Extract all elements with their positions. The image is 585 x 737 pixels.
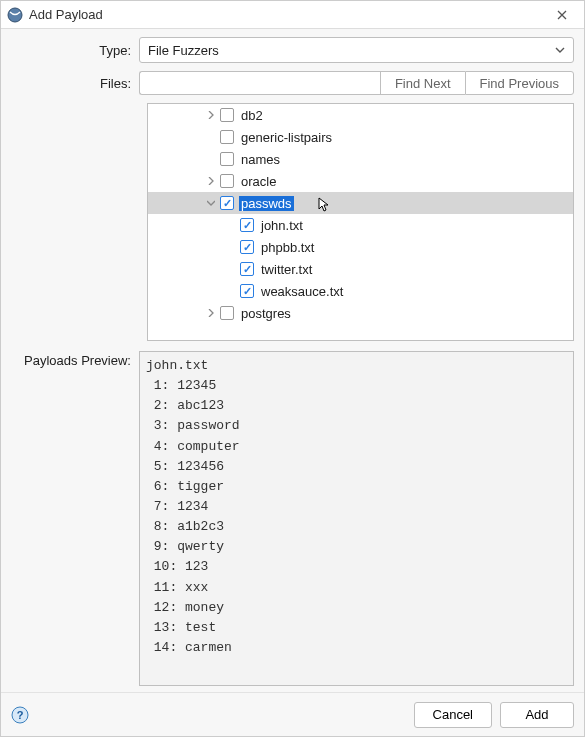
tree-checkbox[interactable] [220,196,234,210]
chevron-right-icon[interactable] [204,306,218,320]
add-button[interactable]: Add [500,702,574,728]
tree-item-label: twitter.txt [259,262,314,277]
find-previous-button[interactable]: Find Previous [465,71,574,95]
tree-item-label: john.txt [259,218,305,233]
tree-item-label: weaksauce.txt [259,284,345,299]
tree-item-label: postgres [239,306,293,321]
preview-label: Payloads Preview: [11,351,139,368]
chevron-down-icon [555,45,565,55]
tree-item[interactable]: weaksauce.txt [148,280,573,302]
tree-item[interactable]: john.txt [148,214,573,236]
tree-item[interactable]: twitter.txt [148,258,573,280]
app-logo-icon [7,7,23,23]
cancel-button[interactable]: Cancel [414,702,492,728]
svg-text:?: ? [17,709,24,721]
chevron-right-icon[interactable] [204,174,218,188]
tree-checkbox[interactable] [240,262,254,276]
tree-checkbox[interactable] [220,306,234,320]
tree-item-label: db2 [239,108,265,123]
tree-checkbox[interactable] [240,284,254,298]
tree-checkbox[interactable] [220,108,234,122]
type-select-value: File Fuzzers [148,43,219,58]
tree-checkbox[interactable] [220,130,234,144]
tree-item[interactable]: passwds [148,192,573,214]
dialog-content: Type: File Fuzzers Files: Find Next Find… [1,29,584,692]
files-search-input[interactable] [139,71,380,95]
payloads-preview[interactable]: john.txt 1: 12345 2: abc123 3: password … [139,351,574,686]
titlebar: Add Payload [1,1,584,29]
tree-checkbox[interactable] [220,174,234,188]
help-button[interactable]: ? [11,706,29,724]
close-icon [557,10,567,20]
type-select[interactable]: File Fuzzers [139,37,574,63]
tree-item-label: oracle [239,174,278,189]
tree-item[interactable]: oracle [148,170,573,192]
tree-item[interactable]: db2 [148,104,573,126]
tree-checkbox[interactable] [220,152,234,166]
files-label: Files: [11,76,139,91]
files-row: Files: Find Next Find Previous [11,71,574,95]
tree-checkbox[interactable] [240,218,254,232]
type-label: Type: [11,43,139,58]
tree-item[interactable]: names [148,148,573,170]
tree-item-label: passwds [239,196,294,211]
preview-row: Payloads Preview: john.txt 1: 12345 2: a… [11,351,574,686]
tree-item[interactable]: generic-listpairs [148,126,573,148]
tree-item-label: phpbb.txt [259,240,317,255]
chevron-down-icon[interactable] [204,196,218,210]
tree-item-label: names [239,152,282,167]
tree-item[interactable]: phpbb.txt [148,236,573,258]
chevron-right-icon[interactable] [204,108,218,122]
window-title: Add Payload [29,7,546,22]
dialog-footer: ? Cancel Add [1,692,584,736]
window-close-button[interactable] [546,3,578,27]
find-next-button[interactable]: Find Next [380,71,465,95]
tree-item[interactable]: postgres [148,302,573,324]
tree-item-label: generic-listpairs [239,130,334,145]
cursor-icon [318,197,332,216]
type-row: Type: File Fuzzers [11,37,574,63]
add-payload-dialog: Add Payload Type: File Fuzzers Files: Fi… [0,0,585,737]
files-tree[interactable]: db2generic-listpairsnamesoraclepasswdsjo… [147,103,574,341]
tree-checkbox[interactable] [240,240,254,254]
help-icon: ? [11,706,29,724]
